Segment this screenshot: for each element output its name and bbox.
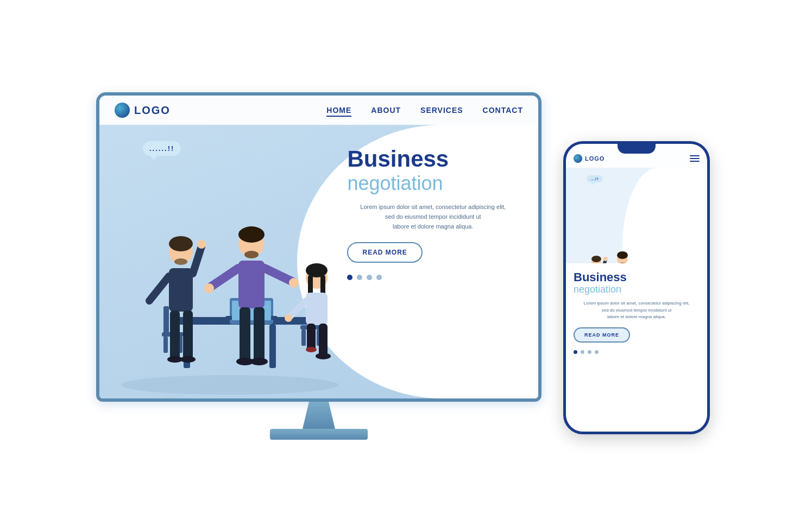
phone-dot-1 xyxy=(574,350,577,354)
phone-read-more-button[interactable]: READ MORE xyxy=(574,327,630,343)
hamburger-line-3 xyxy=(690,161,700,162)
dot-4 xyxy=(376,275,382,280)
svg-point-57 xyxy=(591,256,601,262)
phone-logo-ball-icon xyxy=(574,154,582,163)
svg-point-39 xyxy=(306,263,328,277)
phone-dot-3 xyxy=(588,350,591,354)
phone-notch xyxy=(618,144,656,154)
hamburger-line-2 xyxy=(690,158,700,159)
svg-point-17 xyxy=(174,258,187,265)
svg-rect-34 xyxy=(240,307,250,362)
dot-3 xyxy=(367,275,372,280)
phone-speech-bubble: ...!! xyxy=(587,175,603,182)
svg-point-28 xyxy=(244,251,259,258)
nav-link-services[interactable]: SERVICES xyxy=(420,106,463,115)
svg-line-19 xyxy=(149,276,169,301)
svg-point-37 xyxy=(250,358,268,365)
monitor-wrapper: LOGO HOME ABOUT SERVICES CONTACT ......!… xyxy=(96,92,541,440)
nav-link-about[interactable]: ABOUT xyxy=(371,106,401,115)
svg-point-48 xyxy=(306,347,317,352)
phone-hero-title-negotiation: negotiation xyxy=(574,284,700,296)
speech-bubble: ......!! xyxy=(143,141,181,156)
svg-rect-6 xyxy=(163,337,168,353)
desktop-nav-links: HOME ABOUT SERVICES CONTACT xyxy=(326,106,523,115)
svg-rect-46 xyxy=(319,324,328,356)
svg-rect-22 xyxy=(170,311,180,359)
svg-point-25 xyxy=(180,356,196,363)
svg-point-31 xyxy=(204,283,214,293)
svg-line-30 xyxy=(210,268,238,287)
svg-line-20 xyxy=(193,246,202,274)
monitor-stand-neck xyxy=(303,402,335,429)
desktop-hero-title-business: Business xyxy=(347,147,519,172)
phone: LOGO ...!! xyxy=(563,141,710,434)
phone-screen: LOGO ...!! xyxy=(566,144,707,432)
desktop-figures-svg xyxy=(105,192,345,398)
svg-point-16 xyxy=(169,236,193,251)
svg-rect-23 xyxy=(183,311,193,359)
phone-logo-text: LOGO xyxy=(585,155,604,162)
monitor-screen: LOGO HOME ABOUT SERVICES CONTACT ......!… xyxy=(99,96,538,398)
svg-point-24 xyxy=(167,356,182,363)
svg-point-47 xyxy=(316,353,331,359)
phone-dots-row xyxy=(574,350,700,354)
svg-rect-42 xyxy=(306,293,328,325)
dot-1 xyxy=(347,275,352,280)
desktop-hero-text-area: Business negotiation Lorem ipsum dolor s… xyxy=(336,136,530,291)
phone-logo: LOGO xyxy=(574,154,604,163)
svg-rect-35 xyxy=(254,307,265,362)
desktop-dots-row xyxy=(347,275,519,280)
svg-line-32 xyxy=(265,268,293,282)
hamburger-menu-icon[interactable] xyxy=(690,155,700,162)
desktop-read-more-button[interactable]: READ MORE xyxy=(347,242,422,263)
desktop-hero-description: Lorem ipsum dolor sit amet, consectetur … xyxy=(347,202,519,231)
svg-point-0 xyxy=(121,375,338,395)
svg-point-62 xyxy=(603,257,608,261)
phone-dot-4 xyxy=(595,350,599,354)
phone-dot-2 xyxy=(581,350,584,354)
svg-point-21 xyxy=(197,240,206,249)
svg-line-43 xyxy=(289,301,306,317)
monitor: LOGO HOME ABOUT SERVICES CONTACT ......!… xyxy=(96,92,541,402)
phone-hero-description: Lorem ipsum dolor sit amet, consectetur … xyxy=(574,300,700,321)
svg-rect-9 xyxy=(301,330,306,346)
nav-link-home[interactable]: HOME xyxy=(326,106,351,115)
desktop-logo-text: LOGO xyxy=(134,104,171,117)
svg-rect-4 xyxy=(163,306,169,336)
desktop-hero-title-negotiation: negotiation xyxy=(347,172,519,195)
scene: LOGO HOME ABOUT SERVICES CONTACT ......!… xyxy=(0,0,806,532)
dot-2 xyxy=(357,275,362,280)
phone-text-area: Business negotiation Lorem ipsum dolor s… xyxy=(566,263,707,432)
svg-point-44 xyxy=(285,314,292,322)
phone-wrapper: LOGO ...!! xyxy=(563,141,710,434)
monitor-base xyxy=(270,429,368,440)
desktop-nav: LOGO HOME ABOUT SERVICES CONTACT xyxy=(99,96,538,125)
hamburger-line-1 xyxy=(690,155,700,156)
desktop-logo: LOGO xyxy=(115,103,171,118)
svg-rect-3 xyxy=(269,325,276,368)
nav-link-contact[interactable]: CONTACT xyxy=(483,106,523,115)
desktop-illustration-area: ......!! xyxy=(99,125,345,398)
svg-rect-45 xyxy=(307,324,316,351)
logo-ball-icon xyxy=(115,103,130,118)
svg-point-33 xyxy=(289,278,299,288)
phone-hero-title-business: Business xyxy=(574,271,700,284)
svg-point-68 xyxy=(617,251,628,259)
svg-point-27 xyxy=(238,226,265,243)
